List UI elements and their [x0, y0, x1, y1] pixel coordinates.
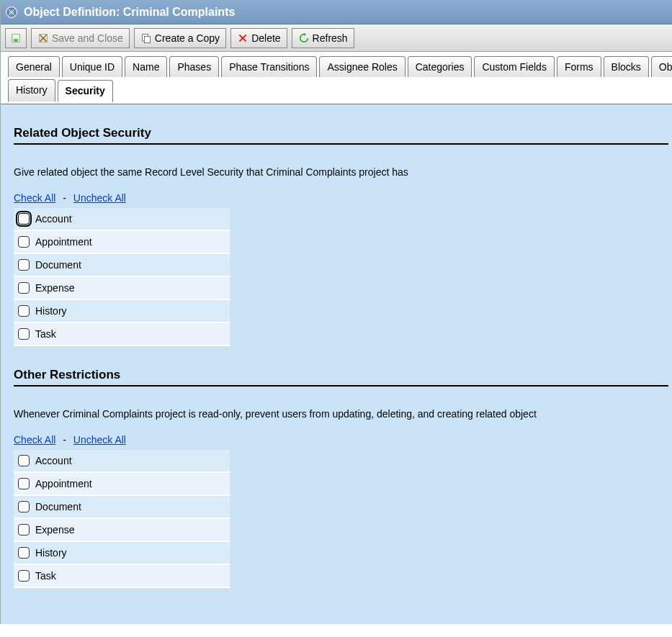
section2-item-checkbox[interactable] [18, 524, 30, 536]
create-copy-label: Create a Copy [155, 32, 220, 44]
tab-row-2: HistorySecurity [8, 79, 665, 101]
tab-name[interactable]: Name [125, 56, 167, 77]
section2-uncheck-all-link[interactable]: Uncheck All [73, 434, 126, 446]
section1-item-label: Expense [35, 282, 74, 294]
section2-item-checkbox[interactable] [18, 455, 30, 466]
save-and-close-button[interactable]: Save and Close [31, 28, 130, 48]
tab-history[interactable]: History [8, 79, 55, 101]
section1-item-checkbox[interactable] [18, 328, 30, 340]
section1-desc: Give related object the same Record Leve… [14, 166, 668, 178]
tab-assignee-roles[interactable]: Assignee Roles [319, 56, 405, 77]
section2-item-checkbox[interactable] [18, 547, 30, 559]
section2-item-checkbox[interactable] [18, 570, 30, 582]
save-button[interactable] [5, 28, 27, 48]
content: Related Object Security Give related obj… [1, 104, 672, 624]
tab-phase-transitions[interactable]: Phase Transitions [221, 56, 317, 77]
app-icon [5, 6, 18, 19]
refresh-button[interactable]: Refresh [292, 28, 354, 48]
section1-item-label: History [35, 305, 67, 317]
create-copy-button[interactable]: Create a Copy [134, 28, 226, 48]
section2-item-checkbox[interactable] [18, 478, 30, 489]
section2-item-label: Task [35, 570, 56, 582]
section1-uncheck-all-link[interactable]: Uncheck All [73, 192, 126, 204]
section-title-related-object-security: Related Object Security [14, 126, 668, 145]
refresh-label: Refresh [313, 32, 348, 44]
delete-button[interactable]: Delete [230, 28, 287, 48]
list-item: Appointment [14, 473, 230, 496]
list-item: Document [14, 254, 230, 277]
section2-list: AccountAppointmentDocumentExpenseHistory… [14, 450, 230, 588]
section1-item-checkbox[interactable] [18, 236, 30, 248]
tabstrip: GeneralUnique IDNamePhasesPhase Transiti… [1, 52, 672, 104]
section1-item-checkbox[interactable] [18, 213, 30, 225]
separator: - [63, 434, 66, 446]
section1-item-checkbox[interactable] [18, 305, 30, 317]
list-item: Account [14, 208, 230, 231]
titlebar: Object Definition: Criminal Complaints [1, 0, 672, 24]
separator: - [63, 192, 66, 204]
list-item: History [14, 300, 230, 323]
tab-custom-fields[interactable]: Custom Fields [474, 56, 554, 77]
section2-checklinks: Check All - Uncheck All [14, 434, 668, 446]
section-title-other-restrictions: Other Restrictions [14, 368, 668, 387]
svg-rect-9 [144, 36, 150, 42]
section2-item-checkbox[interactable] [18, 501, 30, 512]
section2-item-label: Appointment [35, 478, 92, 489]
delete-label: Delete [251, 32, 280, 44]
section2-desc: Whenever Criminal Complaints project is … [14, 408, 668, 420]
section1-check-all-link[interactable]: Check All [14, 192, 55, 204]
list-item: Task [14, 323, 230, 346]
section1-list: AccountAppointmentDocumentExpenseHistory… [14, 208, 230, 346]
section2-item-label: Document [35, 501, 81, 512]
tab-row-1: GeneralUnique IDNamePhasesPhase Transiti… [8, 56, 665, 77]
tab-categories[interactable]: Categories [408, 56, 472, 77]
save-and-close-label: Save and Close [52, 32, 123, 44]
title-text: Object Definition: Criminal Complaints [24, 6, 235, 19]
list-item: Expense [14, 519, 230, 542]
list-item: Document [14, 496, 230, 519]
section1-item-checkbox[interactable] [18, 259, 30, 271]
section2-item-label: Expense [35, 524, 74, 536]
list-item: History [14, 542, 230, 565]
tab-object-views[interactable]: Object Views [651, 56, 672, 77]
list-item: Expense [14, 277, 230, 300]
tab-blocks[interactable]: Blocks [604, 56, 649, 77]
list-item: Appointment [14, 231, 230, 254]
section2-check-all-link[interactable]: Check All [14, 434, 55, 446]
section2-item-label: Account [35, 455, 72, 466]
tab-security[interactable]: Security [58, 80, 113, 102]
section1-item-label: Document [35, 259, 81, 271]
svg-rect-5 [14, 39, 17, 41]
section1-item-checkbox[interactable] [18, 282, 30, 294]
section1-item-label: Account [35, 213, 72, 225]
tab-forms[interactable]: Forms [557, 56, 601, 77]
list-item: Task [14, 565, 230, 588]
section1-item-label: Task [35, 328, 56, 340]
section1-item-label: Appointment [35, 236, 92, 248]
svg-rect-4 [14, 35, 19, 37]
tab-phases[interactable]: Phases [169, 56, 219, 77]
toolbar: Save and Close Create a Copy Delete Refr… [1, 24, 672, 52]
list-item: Account [14, 450, 230, 473]
tab-unique-id[interactable]: Unique ID [62, 56, 122, 77]
tab-general[interactable]: General [8, 56, 60, 77]
section1-checklinks: Check All - Uncheck All [14, 192, 668, 204]
section2-item-label: History [35, 547, 67, 559]
